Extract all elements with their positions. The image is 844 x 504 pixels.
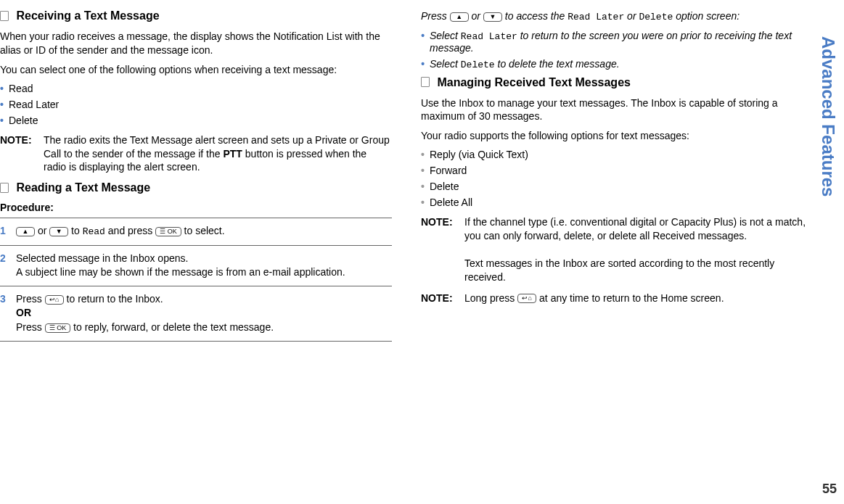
heading-text: Reading a Text Message (16, 181, 150, 194)
page-number: 55 (822, 482, 837, 497)
step-item: 2 Selected message in the Inbox opens. A… (0, 245, 392, 286)
step-item: 3 Press ↩⌂ to return to the Inbox. OR Pr… (0, 286, 392, 342)
step-number: 3 (0, 292, 10, 335)
note-body: Long press ↩⌂ at any time to return to t… (464, 292, 724, 305)
list-item: Delete (421, 181, 813, 192)
list-item: Select Read Later to return to the scree… (421, 30, 813, 54)
note-block: NOTE: The radio exits the Text Message a… (0, 133, 392, 175)
procedure-steps: 1 ▲ or ▼ to Read and press ☰ OK to selec… (0, 218, 392, 341)
note-label: NOTE: (421, 292, 464, 305)
list-item: Read (0, 83, 392, 94)
section-heading-reading: Reading a Text Message (0, 181, 392, 194)
up-button-icon: ▲ (16, 227, 35, 236)
list-item: Forward (421, 165, 813, 176)
body-text: When your radio receives a message, the … (0, 30, 392, 57)
step-body: Press ↩⌂ to return to the Inbox. OR Pres… (16, 292, 274, 335)
options-list: Read Read Later Delete (0, 83, 392, 126)
heading-text: Managing Received Text Messages (437, 76, 630, 88)
options-list: Select Read Later to return to the scree… (421, 30, 813, 70)
ok-button-icon: ☰ OK (155, 227, 181, 236)
list-item: Delete All (421, 197, 813, 208)
body-text: You can select one of the following opti… (0, 63, 392, 77)
list-item: Delete (0, 115, 392, 126)
down-button-icon: ▼ (483, 12, 502, 22)
up-button-icon: ▲ (450, 12, 469, 22)
note-body: The radio exits the Text Message alert s… (44, 133, 392, 175)
step-body: ▲ or ▼ to Read and press ☰ OK to select. (16, 224, 225, 239)
body-text: Press ▲ or ▼ to access the Read Later or… (421, 9, 813, 24)
step-body: Selected message in the Inbox opens. A s… (16, 252, 345, 280)
step-number: 1 (0, 224, 10, 239)
document-icon (0, 11, 9, 21)
section-heading-receiving: Receiving a Text Message (0, 9, 392, 22)
ok-button-icon: ☰ OK (45, 323, 71, 333)
note-label: NOTE: (0, 133, 44, 175)
procedure-label: Procedure: (0, 202, 392, 213)
body-text: Use the Inbox to manage your text messag… (421, 96, 813, 124)
list-item: Read Later (0, 99, 392, 110)
list-item: Select Delete to delete the text message… (421, 58, 813, 70)
document-icon (421, 77, 430, 87)
step-number: 2 (0, 252, 10, 280)
sidebar-title: Advanced Features (818, 36, 838, 197)
right-column: Press ▲ or ▼ to access the Read Later or… (421, 0, 813, 346)
body-text: Your radio supports the following option… (421, 129, 813, 143)
section-heading-managing: Managing Received Text Messages (421, 76, 813, 89)
left-column: Receiving a Text Message When your radio… (0, 0, 392, 346)
document-icon (0, 183, 9, 193)
heading-text: Receiving a Text Message (16, 9, 159, 22)
down-button-icon: ▼ (49, 227, 68, 236)
note-block: NOTE: Long press ↩⌂ at any time to retur… (421, 292, 813, 305)
options-list: Reply (via Quick Text) Forward Delete De… (421, 149, 813, 208)
step-item: 1 ▲ or ▼ to Read and press ☰ OK to selec… (0, 218, 392, 244)
note-block: NOTE: If the channel type (i.e. conventi… (421, 215, 813, 284)
note-label: NOTE: (421, 215, 464, 284)
back-button-icon: ↩⌂ (45, 295, 64, 305)
note-body: If the channel type (i.e. conventional d… (464, 215, 813, 284)
back-button-icon: ↩⌂ (517, 294, 536, 303)
list-item: Reply (via Quick Text) (421, 149, 813, 160)
